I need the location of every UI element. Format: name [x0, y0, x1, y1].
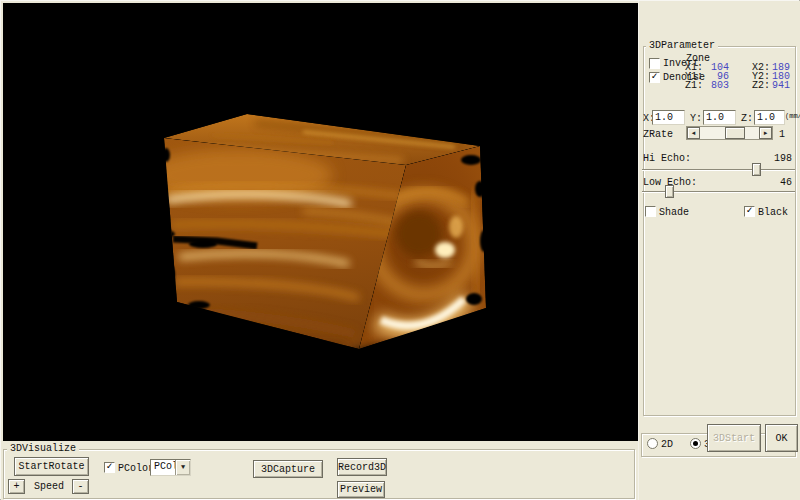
hi-echo-value: 198: [759, 153, 792, 164]
check-icon: ✓: [651, 71, 657, 82]
3dstart-button[interactable]: 3DStart: [707, 424, 761, 452]
visualize-group-title: 3DVisualize: [7, 443, 79, 454]
zone-z1-value: 803: [705, 80, 729, 91]
mode-2d-radio[interactable]: [647, 438, 658, 449]
pcolor-combobox[interactable]: PColor ▼: [150, 459, 191, 476]
ultrasound-volume-render: [3, 3, 638, 450]
preview-button[interactable]: Preview: [337, 481, 385, 498]
chevron-down-icon[interactable]: ▼: [175, 460, 190, 475]
scale-x-input[interactable]: 1.0: [652, 110, 685, 125]
scroll-left-icon[interactable]: ◄: [687, 127, 700, 139]
low-echo-value: 46: [759, 177, 792, 188]
scale-y-label: Y:: [690, 113, 702, 124]
scale-y-input[interactable]: 1.0: [703, 110, 736, 125]
speed-label: Speed: [34, 481, 64, 492]
zrate-label: ZRate: [643, 129, 673, 140]
visualize-panel: 3DVisualize StartRotate + Speed - ✓ PCol…: [1, 441, 638, 500]
parameter-group-title: 3DParameter: [646, 40, 718, 51]
hi-echo-track[interactable]: [642, 169, 795, 171]
invert-checkbox[interactable]: [649, 58, 660, 69]
record3d-button[interactable]: Record3D: [337, 458, 387, 476]
app-window: 3DParameter Invert ✓ Denoise Zone X1: 10…: [0, 0, 800, 500]
shade-checkbox[interactable]: [645, 206, 656, 217]
scale-z-label: Z:: [741, 113, 753, 124]
speed-plus-button[interactable]: +: [8, 479, 25, 494]
parameter-panel: 3DParameter Invert ✓ Denoise Zone X1: 10…: [638, 1, 800, 500]
zone-z1-label: Z1:: [685, 80, 703, 91]
hi-echo-label: Hi Echo:: [643, 153, 691, 164]
check-icon: ✓: [746, 205, 752, 216]
pcolor-label: PColor: [118, 463, 154, 474]
check-icon: ✓: [106, 461, 112, 472]
zrate-thumb[interactable]: [725, 127, 745, 139]
pcolor-checkbox[interactable]: ✓: [104, 462, 115, 473]
zone-z2-label: Z2:: [752, 80, 770, 91]
scroll-right-icon[interactable]: ►: [759, 127, 772, 139]
scale-z-input[interactable]: 1.0: [754, 110, 785, 125]
shade-label: Shade: [659, 207, 689, 218]
zone-z2-value: 941: [772, 80, 790, 91]
mode-2d-label: 2D: [661, 439, 673, 450]
scale-unit-label: (mm/p): [785, 112, 800, 120]
start-rotate-button[interactable]: StartRotate: [14, 457, 89, 476]
render-viewport[interactable]: [3, 3, 638, 450]
mode-3d-radio[interactable]: [690, 438, 701, 449]
zrate-scrollbar[interactable]: ◄ ►: [686, 126, 773, 140]
parameter-groupbox: [643, 46, 796, 416]
denoise-checkbox[interactable]: ✓: [649, 72, 660, 83]
zrate-value: 1: [779, 129, 785, 140]
ok-button[interactable]: OK: [765, 424, 798, 452]
black-checkbox[interactable]: ✓: [744, 206, 755, 217]
hi-echo-thumb[interactable]: [752, 163, 761, 176]
black-label: Black: [758, 207, 788, 218]
3dcapture-button[interactable]: 3DCapture: [253, 460, 323, 478]
low-echo-thumb[interactable]: [665, 185, 674, 198]
speed-minus-button[interactable]: -: [72, 479, 89, 494]
